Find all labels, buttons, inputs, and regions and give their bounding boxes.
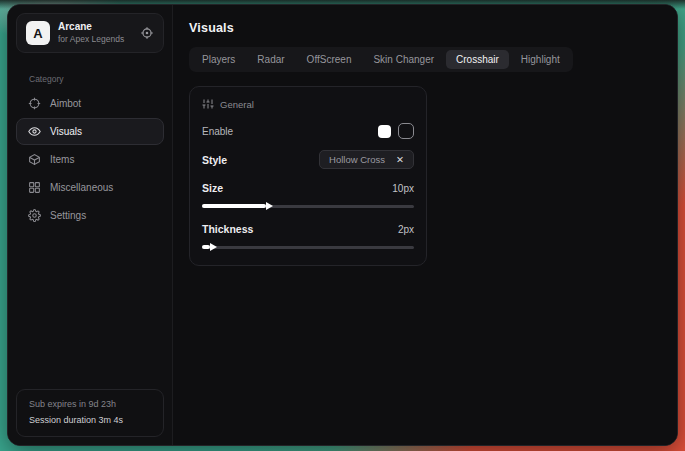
subscription-info-card: Sub expires in 9d 23h Session duration 3… xyxy=(16,389,164,437)
tab-highlight[interactable]: Highlight xyxy=(511,50,570,69)
sub-expires-text: Sub expires in 9d 23h xyxy=(29,397,151,412)
app-name: Arcane xyxy=(58,21,132,34)
eye-icon xyxy=(28,125,41,138)
brand-text: Arcane for Apex Legends xyxy=(58,21,132,44)
enable-row: Enable xyxy=(202,123,414,139)
tab-players[interactable]: Players xyxy=(192,50,245,69)
visuals-tabbar: Players Radar OffScreen Skin Changer Cro… xyxy=(189,47,573,72)
size-setting: Size 10px xyxy=(202,182,414,210)
gear-icon xyxy=(28,209,41,222)
crosshair-icon xyxy=(28,97,41,110)
thickness-setting: Thickness 2px xyxy=(202,223,414,251)
target-icon[interactable] xyxy=(140,26,154,40)
style-value: Hollow Cross xyxy=(329,154,385,165)
grid-icon xyxy=(28,181,41,194)
sidebar-item-label: Visuals xyxy=(50,126,82,137)
sidebar-nav: Aimbot Visuals Items xyxy=(8,90,172,229)
panel-title: General xyxy=(220,99,254,110)
sidebar-item-label: Settings xyxy=(50,210,86,221)
slider-fill xyxy=(202,245,210,249)
app-window: A Arcane for Apex Legends Category xyxy=(7,4,678,446)
general-panel: General Enable Style Hollow Cross ✕ Size xyxy=(189,86,427,266)
slider-fill xyxy=(202,204,266,208)
sidebar-item-label: Items xyxy=(50,154,74,165)
tab-crosshair[interactable]: Crosshair xyxy=(446,50,509,69)
style-label: Style xyxy=(202,154,227,166)
thickness-label: Thickness xyxy=(202,223,253,235)
size-value: 10px xyxy=(392,183,414,194)
app-subtitle: for Apex Legends xyxy=(58,34,132,45)
slider-track xyxy=(202,246,414,249)
sidebar-item-aimbot[interactable]: Aimbot xyxy=(16,90,164,117)
size-slider[interactable] xyxy=(202,202,414,210)
tab-radar[interactable]: Radar xyxy=(247,50,294,69)
sliders-icon xyxy=(202,98,214,110)
color-swatch[interactable] xyxy=(378,125,391,138)
tab-skin-changer[interactable]: Skin Changer xyxy=(363,50,444,69)
app-logo: A xyxy=(26,21,50,45)
sidebar-item-label: Aimbot xyxy=(50,98,81,109)
style-value-tag[interactable]: Hollow Cross ✕ xyxy=(319,150,414,169)
sidebar-item-visuals[interactable]: Visuals xyxy=(16,118,164,145)
sidebar-item-settings[interactable]: Settings xyxy=(16,202,164,229)
panel-header: General xyxy=(202,98,414,110)
sidebar-item-label: Miscellaneous xyxy=(50,182,113,193)
session-duration-text: Session duration 3m 4s xyxy=(29,413,151,428)
sidebar-item-miscellaneous[interactable]: Miscellaneous xyxy=(16,174,164,201)
size-label: Size xyxy=(202,182,223,194)
thickness-value: 2px xyxy=(398,224,414,235)
page-title: Visuals xyxy=(189,21,661,35)
brand-card: A Arcane for Apex Legends xyxy=(16,13,164,53)
tab-offscreen[interactable]: OffScreen xyxy=(297,50,362,69)
sidebar: A Arcane for Apex Legends Category xyxy=(8,5,173,445)
style-row: Style Hollow Cross ✕ xyxy=(202,150,414,169)
close-icon[interactable]: ✕ xyxy=(396,155,404,165)
enable-checkbox[interactable] xyxy=(398,123,414,139)
package-icon xyxy=(28,153,41,166)
thickness-slider[interactable] xyxy=(202,243,414,251)
enable-label: Enable xyxy=(202,126,233,137)
category-label: Category xyxy=(29,74,172,84)
sidebar-item-items[interactable]: Items xyxy=(16,146,164,173)
main-content: Visuals Players Radar OffScreen Skin Cha… xyxy=(173,5,677,445)
